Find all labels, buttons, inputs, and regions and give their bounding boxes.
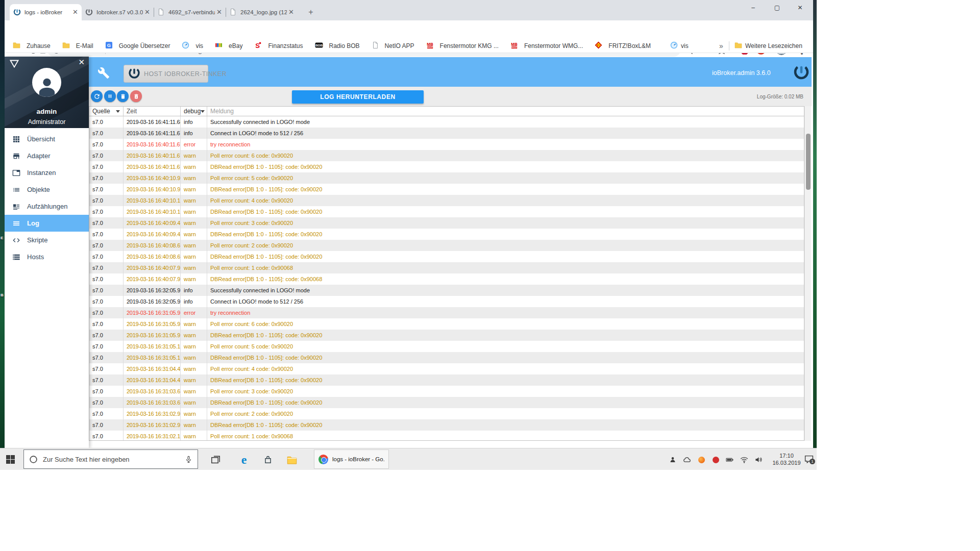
host-selector-button[interactable]: HOST IOBROKER-TINKER bbox=[124, 65, 208, 83]
tab-close-icon[interactable]: ✕ bbox=[144, 8, 150, 16]
sidebar-item-hosts[interactable]: Hosts bbox=[5, 248, 89, 265]
close-button[interactable]: ✕ bbox=[789, 0, 812, 15]
chrome-icon bbox=[318, 455, 328, 464]
log-severity-cell: warn bbox=[181, 184, 207, 195]
microphone-icon[interactable] bbox=[185, 456, 192, 463]
svg-text:BOB: BOB bbox=[315, 43, 323, 47]
task-view-icon[interactable] bbox=[209, 454, 222, 466]
taskbar-chrome-button[interactable]: logs - ioBroker - Go... bbox=[314, 449, 389, 469]
wrench-icon[interactable] bbox=[97, 67, 110, 79]
sidebar-item-label: Instanzen bbox=[27, 169, 56, 177]
maximize-button[interactable]: ▢ bbox=[766, 0, 789, 15]
radiobob-icon: BOB bbox=[315, 42, 326, 50]
table-row: s7.02019-03-16 16:31:05.181warnPoll erro… bbox=[89, 341, 804, 352]
tab-title: logs - ioBroker bbox=[24, 9, 71, 15]
edge-icon[interactable]: e bbox=[238, 454, 250, 466]
file-explorer-icon[interactable] bbox=[286, 454, 298, 466]
browser-tab[interactable]: logs - ioBroker✕ bbox=[10, 4, 82, 20]
tray-volume-icon[interactable] bbox=[754, 456, 763, 464]
iobroker-logo-icon bbox=[128, 67, 140, 81]
sidebar-item-übersicht[interactable]: Übersicht bbox=[5, 131, 89, 147]
browser-tab[interactable]: 2624_logo.jpg (1239×523)✕ bbox=[226, 4, 298, 20]
tab-close-icon[interactable]: ✕ bbox=[216, 8, 222, 16]
log-source-cell: s7.0 bbox=[89, 318, 124, 330]
tray-firefox-icon[interactable] bbox=[697, 456, 705, 464]
source-filter-select[interactable]: Quelle bbox=[89, 107, 124, 116]
sidebar-item-instanzen[interactable]: Instanzen bbox=[5, 164, 89, 181]
svg-text:G: G bbox=[107, 43, 111, 48]
sidebar-item-objekte[interactable]: Objekte bbox=[5, 181, 89, 198]
other-bookmarks-button[interactable]: Weitere Lesezeichen bbox=[734, 39, 802, 53]
log-message-cell: DBRead error[DB 1:0 - 1105]: code: 0x900… bbox=[207, 251, 804, 262]
page-favicon-icon bbox=[229, 8, 237, 16]
sidebar-user-role: Administrator bbox=[5, 118, 89, 126]
log-time-cell: 2019-03-16 16:31:05.181 bbox=[124, 341, 181, 352]
bookmark-item[interactable]: E-Mail bbox=[62, 42, 93, 50]
tray-adblock-icon[interactable] bbox=[712, 456, 720, 464]
taskbar-search-box[interactable]: Zur Suche Text hier eingeben bbox=[23, 449, 198, 469]
tray-person-icon[interactable] bbox=[669, 456, 677, 464]
scrollbar-track[interactable] bbox=[804, 106, 811, 441]
log-source-cell: s7.0 bbox=[89, 262, 124, 273]
tray-onedrive-icon[interactable] bbox=[683, 456, 691, 464]
start-button[interactable] bbox=[6, 455, 15, 464]
fritz-icon: F! bbox=[595, 41, 605, 51]
delete-log-file-button[interactable]: x bbox=[130, 90, 142, 102]
log-message-cell: DBRead error[DB 1:0 - 1105]: code: 0x900… bbox=[207, 330, 804, 341]
tab-close-icon[interactable]: ✕ bbox=[288, 8, 294, 16]
bookmark-item[interactable]: MBSHOPFenstermotor WMG... bbox=[510, 41, 583, 51]
log-severity-cell: warn bbox=[181, 172, 207, 184]
bookmarks-overflow-chevron[interactable]: » bbox=[719, 39, 723, 53]
table-row: s7.02019-03-16 16:41:11.676infoConnect i… bbox=[89, 128, 804, 139]
taskbar-clock[interactable]: 17:10 16.03.2019 bbox=[772, 452, 801, 466]
browser-tab[interactable]: 4692_s7-verbindung.png (822×6✕ bbox=[154, 4, 226, 20]
log-source-cell: s7.0 bbox=[89, 363, 124, 374]
table-row: s7.02019-03-16 16:40:08.662warnPoll erro… bbox=[89, 240, 804, 251]
person-icon bbox=[36, 74, 58, 97]
sidebar-item-label: Log bbox=[27, 219, 39, 227]
download-log-button[interactable]: LOG HERUNTERLADEN bbox=[292, 90, 424, 104]
table-row: s7.02019-03-16 16:31:02.924warnDBRead er… bbox=[89, 419, 804, 431]
bookmark-item[interactable]: F!FRITZ!BoxL&M bbox=[595, 41, 651, 51]
log-time-cell: 2019-03-16 16:40:11.670 bbox=[124, 161, 181, 172]
svg-text:MB: MB bbox=[511, 41, 518, 46]
store-icon[interactable] bbox=[262, 454, 274, 466]
refresh-log-button[interactable] bbox=[91, 90, 103, 102]
sidebar-menu: ÜbersichtAdapterInstanzenObjekteAufzählu… bbox=[5, 131, 89, 265]
sidebar-item-adapter[interactable]: Adapter bbox=[5, 147, 89, 164]
pause-log-button[interactable] bbox=[104, 90, 116, 102]
sidebar-item-aufzählungen[interactable]: Aufzählungen bbox=[5, 198, 89, 215]
new-tab-button[interactable]: + bbox=[306, 7, 316, 17]
tray-battery-icon[interactable] bbox=[726, 456, 734, 464]
bookmark-item[interactable]: SFinanzstatus bbox=[254, 41, 303, 51]
browser-tab[interactable]: Iobroker.s7 v0.3.0 testen bitte✕ bbox=[82, 4, 154, 20]
log-source-cell: s7.0 bbox=[89, 217, 124, 229]
folder-icon bbox=[734, 42, 742, 50]
bookmark-item[interactable]: Zuhause bbox=[13, 42, 51, 50]
bookmark-item[interactable]: vis bbox=[182, 41, 203, 51]
sidebar-item-skripte[interactable]: Skripte bbox=[5, 232, 89, 248]
clear-log-view-button[interactable] bbox=[117, 90, 129, 102]
bookmark-label: vis bbox=[681, 42, 689, 49]
tray-wifi-icon[interactable] bbox=[740, 456, 748, 464]
browser-titlebar: logs - ioBroker✕Iobroker.s7 v0.3.0 teste… bbox=[5, 0, 813, 20]
bookmark-item[interactable]: BOBRadio BOB bbox=[315, 42, 360, 50]
log-source-cell: s7.0 bbox=[89, 184, 124, 195]
log-source-cell: s7.0 bbox=[89, 273, 124, 285]
table-row: s7.02019-03-16 16:40:10.167warnPoll erro… bbox=[89, 195, 804, 206]
log-severity-cell: warn bbox=[181, 217, 207, 229]
table-row: s7.02019-03-16 16:40:11.671errortry reco… bbox=[89, 139, 804, 150]
minimize-button[interactable]: – bbox=[742, 0, 765, 15]
scrollbar-thumb[interactable] bbox=[806, 134, 811, 190]
sidebar-item-log[interactable]: Log bbox=[5, 215, 89, 232]
bookmark-item[interactable]: NetIO APP bbox=[372, 41, 414, 51]
log-severity-cell: info bbox=[181, 128, 207, 139]
close-drawer-icon[interactable]: ✕ bbox=[78, 58, 85, 67]
bookmark-item[interactable]: eBay bbox=[215, 41, 242, 51]
severity-filter-select[interactable]: debug bbox=[181, 107, 207, 116]
tab-close-icon[interactable]: ✕ bbox=[72, 8, 78, 16]
bookmark-item[interactable]: GGoogle Übersetzer bbox=[105, 41, 170, 51]
bookmark-item[interactable]: MBSHOPFenstermotor KMG ... bbox=[426, 41, 499, 51]
bookmark-vis[interactable]: vis bbox=[670, 39, 689, 53]
bookmark-label: Google Übersetzer bbox=[119, 42, 170, 49]
